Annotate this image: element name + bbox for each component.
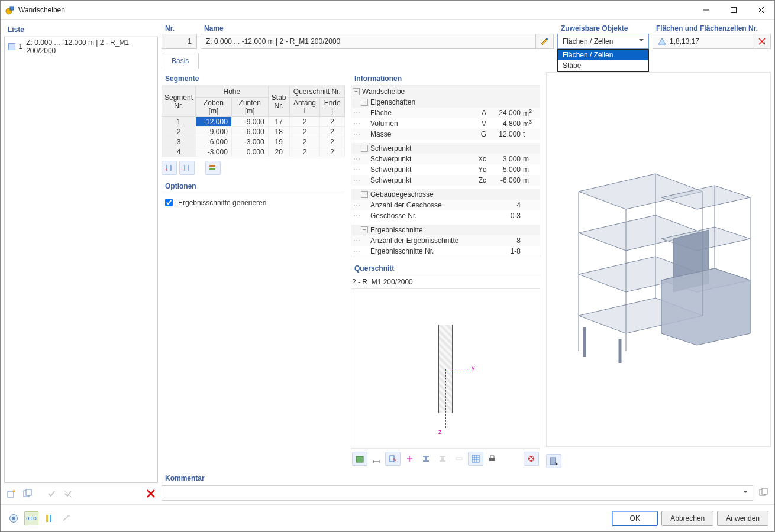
svg-rect-61 [550,458,556,465]
pick-faces-button[interactable] [753,34,771,49]
axis-y-label: y [472,364,475,371]
list-item[interactable]: 1 Z: 0.000 ... -12.000 m | 2 - R_M1 200/… [5,37,157,56]
table-row[interactable]: 1-12.000-9.0001722 [162,117,345,127]
info-gesch: Gebäudegeschosse [370,190,434,199]
units-button[interactable]: 0,00 [24,511,38,525]
col-querschnitt: Querschnitt Nr. [289,86,344,98]
options-title: Optionen [162,180,345,193]
copy-item-button[interactable] [21,486,35,501]
svg-rect-34 [472,455,479,462]
svg-point-66 [12,517,15,520]
comment-input[interactable] [162,485,753,501]
table-row[interactable]: 3-6.000-3.0001922 [162,137,345,147]
collapse-icon[interactable]: − [361,226,368,233]
generate-results-input[interactable] [165,199,173,206]
assignable-option-faces[interactable]: Flächen / Zellen [558,50,648,60]
section-preview: y z [351,288,540,449]
section-dim-button[interactable] [369,452,384,466]
viewport-3d[interactable] [546,72,771,447]
cancel-button[interactable]: Abbrechen [661,511,713,526]
segment-add-button[interactable]: + [162,161,177,175]
svg-rect-68 [50,515,51,522]
faces-input[interactable]: 1,8,13,17 [670,37,699,46]
section-value: 2 - R_M1 200/2000 [351,275,540,288]
apply-button[interactable]: Anwenden [717,511,768,526]
viewport-pick-button[interactable] [546,454,561,468]
svg-rect-33 [456,458,462,460]
table-row[interactable]: 2-9.000-6.0001822 [162,127,345,137]
model-button[interactable] [42,511,56,525]
section-title: Querschnitt [351,262,540,275]
section-library-button[interactable] [352,452,367,466]
new-item-button[interactable]: ✶ [4,486,18,501]
script-button[interactable] [60,511,74,525]
segments-table[interactable]: Segment Nr. Höhe Stab Nr. Querschnitt Nr… [162,86,345,157]
ok-button[interactable]: OK [612,511,658,526]
nr-value: 1 [162,34,197,49]
assignable-option-members[interactable]: Stäbe [558,60,648,71]
comment-library-button[interactable] [757,485,771,499]
svg-marker-13 [658,38,666,44]
generate-results-checkbox[interactable]: Ergebnisschnitte generieren [162,193,345,212]
section-grid-button[interactable] [468,452,483,466]
info-eig: Eigenschaften [370,98,415,106]
maximize-button[interactable] [720,1,747,19]
faces-label: Flächen und Flächenzellen Nr. [653,23,771,34]
svg-text:✎: ✎ [393,458,397,463]
assignable-value: Flächen / Zellen [563,37,613,46]
faces-icon [658,38,666,45]
segment-remove-button[interactable]: − [179,161,195,175]
svg-text:✶: ✶ [12,489,16,494]
collapse-icon[interactable]: − [361,145,368,152]
generate-results-label: Ergebnisschnitte generieren [178,199,266,207]
info-title: Informationen [351,72,540,86]
name-input[interactable]: Z: 0.000 ... -12.000 m | 2 - R_M1 200/20… [201,34,536,49]
svg-rect-9 [26,489,31,495]
include-button[interactable] [44,486,59,501]
col-ende: Ende j [320,98,345,117]
svg-rect-40 [490,456,494,458]
list-title: Liste [4,23,158,37]
close-button[interactable] [747,1,774,19]
help-button[interactable] [7,511,21,525]
section-edit-button[interactable]: ✎ [385,452,401,466]
section-clear-button[interactable] [524,452,539,466]
col-stab: Stab Nr. [272,93,286,110]
window-title: Wandscheiben [18,6,693,14]
section-ibeam2-button[interactable] [435,452,450,466]
col-segment: Segment Nr. [164,93,193,110]
comment-title: Kommentar [162,472,771,485]
list-item-no: 1 [19,43,23,51]
col-anfang: Anfang i [289,98,320,117]
section-ibeam-button[interactable] [418,452,434,466]
list-box[interactable]: 1 Z: 0.000 ... -12.000 m | 2 - R_M1 200/… [4,37,158,483]
collapse-icon[interactable]: − [361,191,368,198]
delete-item-button[interactable] [144,486,158,501]
info-tree[interactable]: −Wandscheibe −Eigenschaften ⋯FlächeA24.0… [351,86,540,257]
minimize-button[interactable] [693,1,720,19]
section-stress-button[interactable] [451,452,467,466]
info-sp: Schwerpunkt [370,144,411,153]
assignable-label: Zuweisbare Objekte [557,23,649,34]
collapse-icon[interactable]: − [353,88,360,95]
edit-name-button[interactable] [536,34,554,49]
tab-basis[interactable]: Basis [162,53,199,69]
svg-marker-52 [661,268,750,345]
col-zoben: Zoben [m] [196,98,232,117]
table-row[interactable]: 4-3.0000.0002022 [162,147,345,157]
svg-rect-24 [209,168,215,170]
titlebar: Wandscheiben [1,1,774,20]
collapse-icon[interactable]: − [361,99,368,106]
segment-reorder-button[interactable] [205,161,221,175]
info-erg: Ergebnisschnitte [370,226,423,234]
app-icon [5,5,15,15]
section-print-button[interactable] [485,452,500,466]
assignable-dropdown[interactable]: Flächen / Zellen Stäbe [557,49,649,72]
section-axes-button[interactable] [402,452,417,466]
exclude-button[interactable] [61,486,75,501]
name-label: Name [201,23,554,34]
segments-title: Segmente [162,72,345,86]
col-hoehe: Höhe [196,86,269,98]
assignable-select[interactable]: Flächen / Zellen Flächen / Zellen Stäbe [557,34,649,49]
svg-rect-25 [356,456,363,462]
